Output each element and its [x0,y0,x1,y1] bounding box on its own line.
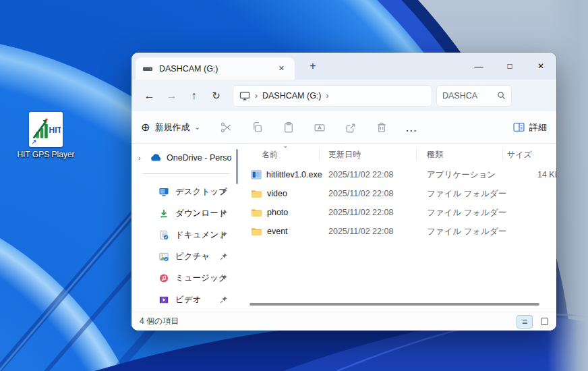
rename-icon[interactable] [314,121,326,134]
onedrive-cloud-icon [150,154,163,162]
sidebar-item-videos[interactable]: ビデオ [131,289,239,310]
application-file-icon [251,170,262,179]
sidebar-item-documents[interactable]: ドキュメント [131,224,239,246]
videos-icon [158,295,169,305]
tab-title: DASHCAM (G:) [159,64,275,74]
tab-dashcam[interactable]: DASHCAM (G:) ✕ [136,57,295,80]
downloads-icon [158,208,169,219]
sidebar-item-label: ピクチャ [175,251,210,262]
pin-icon [220,231,228,239]
file-row-hitlittlev1-exe[interactable]: hitlittlev1.0.exe 2025/11/02 22:08 アプリケー… [239,165,556,184]
column-headers: ⌄ 名前 更新日時 種類 サイズ [239,144,556,165]
sidebar-item-pictures[interactable]: ピクチャ [131,246,239,267]
copy-icon[interactable] [252,121,264,134]
folder-icon [251,227,262,236]
breadcrumb-chevron-icon: › [255,91,258,101]
chevron-down-icon: ⌄ [194,123,200,131]
horizontal-scrollbar[interactable] [249,303,539,306]
back-button[interactable]: ← [138,85,160,107]
search-box[interactable] [436,85,512,107]
file-name: video [267,189,287,198]
sidebar-item-onedrive[interactable]: › OneDrive - Perso [131,148,239,168]
file-size: 14 KB [502,170,556,179]
details-pane-button[interactable]: 詳細 [513,121,547,134]
breadcrumb-chevron-icon[interactable]: › [326,91,329,101]
pin-icon [220,209,228,217]
shortcut-arrow-icon: ↗ [30,138,38,146]
list-view-button[interactable]: ≡ [517,315,533,329]
delete-icon[interactable] [376,121,388,134]
sidebar-item-label: ダウンロード [175,208,227,219]
file-type: ファイル フォルダー [416,188,502,200]
search-icon [497,91,506,100]
file-type: アプリケーション [416,169,502,181]
column-header-type[interactable]: 種類 [416,144,502,165]
search-input[interactable] [442,91,497,101]
tab-strip: DASHCAM (G:) ✕ + — □ ✕ [131,53,556,80]
sidebar-item-desktop[interactable]: デスクトップ [131,181,239,202]
refresh-button[interactable]: ↻ [205,85,227,107]
file-modified: 2025/11/02 22:08 [319,170,416,179]
sidebar-item-label: ビデオ [175,294,201,306]
file-name: hitlittlev1.0.exe [266,170,322,179]
file-modified: 2025/11/02 22:08 [319,227,416,236]
command-toolbar: ⊕ 新規作成 ⌄ … [131,111,556,144]
status-bar: 4 個の項目 ≡ [131,312,556,331]
file-name: event [267,227,288,236]
folder-row-video[interactable]: video 2025/11/02 22:08 ファイル フォルダー [239,184,556,203]
file-explorer-window: DASHCAM (G:) ✕ + — □ ✕ ← → ↑ ↻ › DASHCAM… [131,53,556,331]
view-toggles: ≡ [517,315,552,329]
svg-text:HIT: HIT [49,125,61,135]
pin-icon [220,274,228,282]
folder-row-photo[interactable]: photo 2025/11/02 22:08 ファイル フォルダー [239,203,556,222]
file-name: photo [267,208,288,217]
address-bar[interactable]: › DASHCAM (G:) › [233,85,432,107]
navigation-bar: ← → ↑ ↻ › DASHCAM (G:) › [131,80,556,111]
file-type: ファイル フォルダー [416,226,502,237]
desktop-shortcut-hit-gps-player[interactable]: HIT ↗ HIT GPS Player [13,112,79,159]
see-more-button[interactable]: … [405,124,418,131]
column-header-modified[interactable]: 更新日時 [319,144,416,165]
folder-icon [251,208,262,217]
desktop-icon [158,187,169,197]
minimize-button[interactable]: — [463,53,494,80]
tab-close-icon[interactable]: ✕ [275,63,288,74]
maximize-button[interactable]: □ [494,53,525,80]
paste-icon[interactable] [283,121,295,134]
this-pc-icon [239,91,250,101]
thumbnail-view-button[interactable] [536,315,552,329]
pin-icon [220,188,228,196]
column-header-size[interactable]: サイズ [502,144,556,165]
column-header-name[interactable]: 名前 [239,144,319,165]
window-controls: — □ ✕ [463,53,556,80]
file-type: ファイル フォルダー [416,207,502,219]
clipboard-actions [220,121,388,134]
explorer-main: › OneDrive - Perso デスクトップ [131,144,556,312]
new-tab-button[interactable]: + [304,58,322,74]
up-button[interactable]: ↑ [183,85,205,107]
thumbnail-view-icon [541,318,548,325]
sidebar-item-label: ミュージック [175,273,227,284]
items-count: 4 個の項目 [140,316,179,327]
new-item-button[interactable]: ⊕ 新規作成 ⌄ [141,121,200,134]
sidebar-item-music[interactable]: ミュージック [131,267,239,289]
expand-chevron-icon[interactable]: › [138,154,148,162]
file-modified: 2025/11/02 22:08 [319,189,416,198]
documents-icon [158,230,169,240]
sidebar-item-downloads[interactable]: ダウンロード [131,202,239,224]
plus-circle-icon: ⊕ [141,121,150,134]
hit-gps-player-icon[interactable]: HIT ↗ [29,112,63,147]
sidebar-scrollbar[interactable] [236,149,238,184]
forward-button[interactable]: → [160,85,183,107]
music-icon [158,273,169,283]
drive-icon [142,65,153,72]
new-item-label: 新規作成 [154,121,189,134]
list-view-icon: ≡ [522,317,527,326]
share-icon[interactable] [345,121,357,134]
cut-icon[interactable] [220,121,233,134]
breadcrumb-location[interactable]: DASHCAM (G:) [262,91,322,101]
shortcut-label: HIT GPS Player [13,150,79,159]
folder-row-event[interactable]: event 2025/11/02 22:08 ファイル フォルダー [239,222,556,241]
pin-icon [220,252,228,260]
close-button[interactable]: ✕ [525,53,556,80]
